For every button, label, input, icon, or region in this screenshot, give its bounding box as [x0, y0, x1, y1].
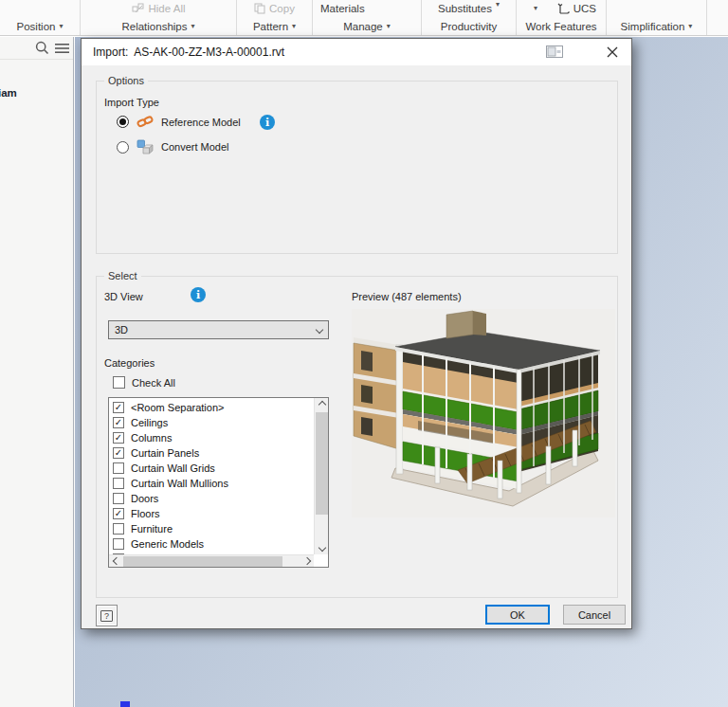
category-label: Curtain Wall Mullions — [131, 478, 228, 489]
substitutes-button[interactable]: Substitutes▾ — [422, 1, 516, 16]
vertical-scrollbar[interactable] — [314, 398, 328, 554]
ribbon-group-relationships: Hide All Relationships▾ — [81, 0, 237, 35]
ribbon-group-productivity: Substitutes▾ Productivity — [422, 0, 517, 35]
materials-label: Materials — [320, 3, 365, 14]
help-button[interactable]: ? — [96, 605, 118, 626]
category-label: Floors — [131, 508, 160, 519]
dialog-titlebar[interactable]: Import: AS-AK-00-ZZ-M3-A-00001.rvt — [82, 39, 631, 66]
reference-model-radio[interactable] — [117, 116, 129, 128]
options-group-label: Options — [104, 75, 148, 86]
tab-simplification[interactable]: Simplification▾ — [607, 21, 706, 32]
help-icon: ? — [100, 610, 113, 622]
category-checkbox[interactable]: ✓ — [113, 432, 124, 444]
category-checkbox[interactable] — [113, 538, 124, 550]
dialog-title: Import: AS-AK-00-ZZ-M3-A-00001.rvt — [93, 45, 284, 59]
browser-tree-item[interactable]: iam — [0, 87, 17, 99]
category-row[interactable]: ✓Columns — [109, 430, 314, 445]
scroll-down-button[interactable] — [315, 541, 329, 554]
tab-position[interactable]: Position▾ — [0, 21, 80, 32]
tab-pattern[interactable]: Pattern▾ — [237, 21, 312, 32]
dock-panel-icon[interactable] — [546, 45, 563, 60]
category-row[interactable]: Generic Models — [109, 536, 314, 552]
hide-all-label: Hide All — [149, 3, 186, 14]
category-label: Generic Models — [131, 538, 204, 550]
category-checkbox[interactable]: ✓ — [113, 402, 124, 413]
category-row[interactable]: Curtain Wall Grids — [109, 461, 314, 476]
chevron-down-icon: ▾ — [59, 23, 63, 30]
check-all-option[interactable]: Check All — [113, 376, 175, 389]
category-row[interactable]: ✓Ceilings — [109, 415, 314, 430]
view-info-icon[interactable]: i — [191, 287, 206, 302]
category-row[interactable]: Curtain Wall Mullions — [109, 476, 314, 491]
reference-model-option[interactable]: Reference Model — [117, 115, 241, 129]
ucs-button[interactable]: UCS — [557, 3, 596, 14]
ribbon-group-position: Position▾ — [0, 0, 81, 35]
tab-manage-label: Manage — [343, 21, 383, 32]
ribbon-group-simplification: Simplification▾ — [607, 0, 707, 35]
tab-manage[interactable]: Manage▾ — [313, 21, 421, 32]
category-row[interactable]: Furniture — [109, 521, 314, 536]
cancel-button[interactable]: Cancel — [563, 605, 626, 625]
chevron-down-icon[interactable]: ▾ — [534, 5, 537, 12]
chevron-down-icon: ▾ — [496, 1, 500, 9]
vertical-scroll-thumb[interactable] — [316, 412, 328, 515]
chevron-down-icon: ▾ — [191, 23, 195, 30]
category-row[interactable]: ✓Floors — [109, 506, 314, 521]
category-checkbox[interactable]: ✓ — [113, 417, 124, 428]
tab-productivity-label: Productivity — [441, 21, 497, 32]
ok-button[interactable]: OK — [485, 605, 550, 625]
import-dialog: Import: AS-AK-00-ZZ-M3-A-00001.rvt Optio… — [81, 38, 632, 629]
category-row[interactable]: Doors — [109, 491, 314, 506]
scroll-up-button[interactable] — [315, 398, 329, 411]
materials-button[interactable]: Materials — [313, 1, 421, 16]
options-group: Options — [96, 81, 618, 254]
ucs-label: UCS — [573, 3, 596, 14]
reference-model-info-icon[interactable]: i — [260, 115, 275, 130]
category-label: Ceilings — [131, 417, 168, 428]
horizontal-scroll-thumb[interactable] — [123, 556, 282, 567]
preview-label: Preview (487 elements) — [352, 291, 462, 302]
close-icon[interactable] — [605, 45, 620, 60]
category-label: Curtain Panels — [131, 447, 199, 459]
view-dropdown-value: 3D — [115, 324, 128, 335]
check-all-checkbox[interactable] — [113, 376, 125, 389]
convert-model-option[interactable]: Convert Model — [117, 139, 229, 154]
category-row[interactable]: ✓<Room Separation> — [109, 400, 314, 415]
tab-work-features-label: Work Features — [525, 21, 596, 32]
browser-header — [0, 37, 73, 60]
category-checkbox[interactable] — [113, 462, 124, 474]
category-label: <Room Separation> — [131, 402, 224, 413]
category-label: Curtain Wall Grids — [131, 462, 215, 474]
preview-panel — [352, 309, 615, 517]
convert-model-icon — [136, 139, 154, 154]
ribbon-spacer — [707, 0, 728, 35]
category-label: Doors — [131, 493, 158, 504]
convert-model-radio[interactable] — [117, 141, 129, 154]
scroll-right-button[interactable] — [300, 555, 314, 568]
import-type-label: Import Type — [104, 97, 159, 108]
category-checkbox[interactable] — [113, 493, 124, 504]
hide-all-icon — [132, 3, 145, 14]
select-group-label: Select — [104, 270, 141, 281]
categories-listbox: ✓<Room Separation>✓Ceilings✓Columns✓Curt… — [108, 397, 329, 568]
view-dropdown[interactable]: 3D — [108, 320, 329, 339]
hide-all-button[interactable]: Hide All — [81, 1, 236, 16]
tab-work-features[interactable]: Work Features — [517, 21, 606, 32]
scroll-left-button[interactable] — [109, 555, 123, 568]
ribbon: Position▾ Hide All Relationships▾ Copy P… — [0, 0, 728, 36]
tab-relationships[interactable]: Relationships▾ — [81, 21, 236, 32]
horizontal-scrollbar[interactable] — [109, 554, 314, 567]
category-row[interactable]: ✓Curtain Panels — [109, 445, 314, 461]
category-checkbox[interactable]: ✓ — [113, 447, 124, 459]
ucs-axis-icon — [557, 3, 570, 14]
category-checkbox[interactable] — [113, 523, 124, 535]
copy-button[interactable]: Copy — [237, 1, 312, 16]
chevron-down-icon: ▾ — [292, 23, 296, 30]
menu-icon[interactable] — [55, 43, 69, 54]
category-checkbox[interactable] — [113, 478, 124, 489]
tab-pattern-label: Pattern — [253, 21, 288, 32]
category-checkbox[interactable]: ✓ — [113, 508, 124, 519]
tab-productivity[interactable]: Productivity — [422, 21, 516, 32]
search-icon[interactable] — [35, 41, 49, 55]
check-all-label: Check All — [132, 377, 175, 389]
